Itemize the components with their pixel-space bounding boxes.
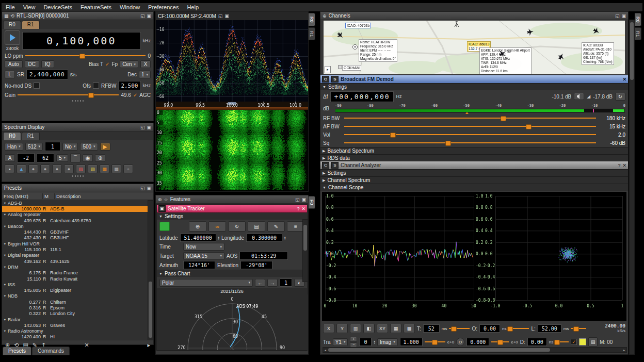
longitude-field[interactable]: 0.300000	[246, 234, 282, 242]
presets-scrollbar[interactable]	[148, 200, 153, 340]
feature-presets-icon[interactable]: ☆	[164, 197, 168, 202]
dc-button[interactable]: DC	[25, 60, 39, 68]
features-side-tab[interactable]: F0	[309, 196, 315, 209]
menu-item[interactable]: DeviceSets	[39, 4, 76, 11]
preset-row[interactable]: 0.277 R Chiltern	[2, 299, 153, 305]
analyzer-settings-expander[interactable]: ▶ Settings	[320, 169, 628, 176]
trace-add-button[interactable]: +	[350, 337, 357, 342]
lo-ppm-slider[interactable]	[25, 53, 146, 59]
tree-arrow-icon[interactable]: ▾	[2, 294, 8, 298]
spectrum-hide-icon[interactable]: ▣	[224, 13, 229, 19]
display-polarity-button[interactable]: ◧	[363, 324, 375, 333]
tree-arrow-icon[interactable]: ▾	[2, 253, 8, 257]
spectrum-plot[interactable]	[156, 20, 308, 102]
squelch-marker[interactable]	[465, 112, 469, 114]
analyzer-channel-settings-button[interactable]: C	[322, 162, 329, 169]
tracker-help-icon[interactable]: ?	[297, 206, 299, 211]
spectrum-style-button[interactable]: ●	[40, 164, 50, 173]
fc-position-combo[interactable]: Cen▾	[120, 60, 138, 68]
longitude-spinner[interactable]: ▴▾	[284, 236, 286, 240]
add-channel-icon[interactable]: ⊕	[323, 13, 327, 19]
fm-shrink-button[interactable]: S	[331, 76, 339, 83]
rfbw-display[interactable]: 2,500	[118, 81, 140, 90]
time-offset-slider[interactable]	[508, 325, 529, 332]
aircraft-info-box[interactable]: ICAO: ad33BAircraft: PA-31-310Altitude: …	[582, 42, 614, 65]
trace-remove-button[interactable]: −	[350, 342, 357, 348]
trace-view-checkbox[interactable]: ✓	[571, 339, 577, 345]
features-hide-icon[interactable]: ▣	[301, 197, 306, 202]
start-stop-button[interactable]	[5, 30, 20, 45]
spectrum-style-button[interactable]: ●	[28, 164, 38, 173]
scroll-right-icon[interactable]: ▸	[622, 348, 626, 352]
frequency-scale[interactable]	[156, 102, 308, 110]
trace-select-combo[interactable]: Y1▾	[333, 338, 348, 346]
pass-chart-expander[interactable]: ▼ Pass Chart	[157, 270, 307, 277]
preset-row[interactable]: 1090.000 R ADS-B	[2, 206, 153, 211]
spectrum-style-button[interactable]: ●	[64, 164, 74, 173]
prev-pass-button[interactable]: ←	[255, 279, 265, 287]
preset-row[interactable]: 0.322 R London City	[2, 311, 153, 317]
device-resize-grip[interactable]	[2, 100, 153, 102]
trace-intensity-button[interactable]: ▩	[404, 324, 415, 333]
bottom-tab[interactable]: Presets	[3, 347, 31, 355]
tracker-update-button[interactable]: ↻	[228, 221, 246, 232]
range-field[interactable]: 62	[37, 153, 54, 162]
spectrum-play-button[interactable]: ▶	[100, 143, 110, 151]
spectrum-style-button[interactable]: ▧	[88, 164, 98, 173]
spectrum-style-button[interactable]: ▦	[100, 164, 109, 173]
waterfall-plot[interactable]	[156, 110, 308, 190]
channels-hscrollbar[interactable]: ◂ ▸	[323, 347, 627, 353]
preset-row[interactable]: ▾ Digital repeater	[2, 253, 153, 258]
device-tab[interactable]: R0	[3, 21, 21, 29]
audio-mute-button[interactable]	[574, 93, 584, 100]
aircraft-label[interactable]: ICAO: 40753b	[345, 23, 371, 28]
tracker-edit-button[interactable]: ✎	[267, 221, 285, 232]
preset-row[interactable]: 439.162 R 439.1625	[2, 258, 153, 264]
add-feature-icon[interactable]: ⊕	[158, 197, 162, 202]
audio-stereo-button[interactable]: ↻	[615, 93, 625, 101]
decimation-combo[interactable]: 1▾	[139, 71, 151, 78]
spectrum-style-button[interactable]: ▨	[76, 164, 86, 173]
preset-row[interactable]: ▾ Radar	[2, 317, 153, 322]
marker-button[interactable]: ◉	[83, 154, 93, 162]
transverter-button[interactable]: X	[140, 60, 151, 68]
averaging-count-field[interactable]: 1	[45, 142, 60, 151]
preset-row[interactable]: 0.316 R Epsom	[2, 305, 153, 310]
menu-item[interactable]: Preferences	[144, 4, 183, 11]
fft-window-combo[interactable]: Han▾	[5, 143, 23, 151]
preset-row[interactable]: 143.053 R Graves	[2, 322, 153, 328]
channels-shrink-icon[interactable]: ◱	[615, 13, 620, 19]
vor-label[interactable]: OCKHAM	[342, 65, 361, 71]
trace-color-swatch[interactable]	[579, 338, 586, 345]
preset-row[interactable]: ▾ ISS	[2, 282, 153, 287]
tracker-list-button[interactable]: ≡	[287, 221, 304, 232]
time-combo[interactable]: Now▾	[183, 243, 224, 251]
channel-spectrum-expander[interactable]: ▶ Channel Spectrum	[320, 176, 628, 184]
preset-row[interactable]: ▾ Analog repeater	[2, 212, 153, 218]
channels-side-tab[interactable]: R0	[635, 13, 641, 26]
column-freq[interactable]: Freq (MHz)	[2, 193, 43, 199]
pass-number-field[interactable]: 1	[280, 278, 292, 287]
preset-row[interactable]: 1420.400 R HI	[2, 334, 153, 340]
offset-slider[interactable]	[491, 339, 509, 345]
averaging-mode-combo[interactable]: No▾	[62, 143, 78, 151]
memory-save-button[interactable]: ▤	[588, 337, 598, 347]
spectrum-style-button[interactable]: ●	[123, 164, 133, 173]
device-hide-icon[interactable]: ▣	[147, 13, 151, 19]
presets-shrink-icon[interactable]: ◱	[140, 186, 145, 191]
delta-f-display[interactable]: +00,000,000	[330, 91, 393, 102]
device-shrink-icon[interactable]: ◱	[140, 13, 145, 19]
annotation-button[interactable]: ⊕	[95, 154, 105, 162]
presets-hide-icon[interactable]: ▣	[147, 186, 151, 191]
decay-combo[interactable]: 5▾	[56, 154, 68, 162]
preset-row[interactable]: ▾ DRM	[2, 264, 153, 270]
fm-channel-settings-button[interactable]: C	[322, 76, 329, 83]
trace-index-field[interactable]: 0	[359, 338, 372, 346]
preset-row[interactable]: ▾ Biggin Hill VOR	[2, 241, 153, 246]
af-bw-slider[interactable]	[344, 123, 596, 129]
delete-preset-button[interactable]: ✕	[84, 342, 89, 348]
fm-close-icon[interactable]: ✕	[622, 77, 626, 82]
decay-curve-button[interactable]: ⌒	[70, 153, 81, 162]
spectrum-side-tab[interactable]: R1	[309, 27, 315, 41]
spectrum-display-tab[interactable]: R0	[3, 132, 21, 140]
